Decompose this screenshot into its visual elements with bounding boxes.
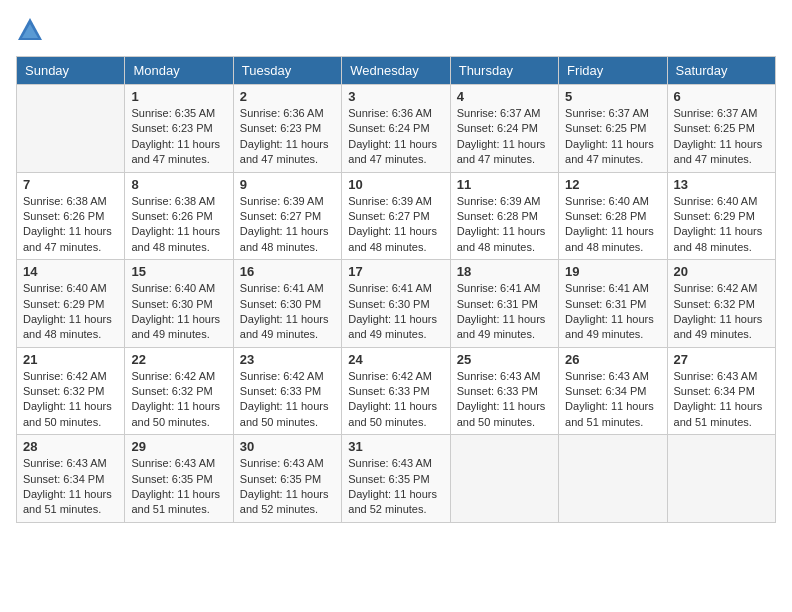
calendar-cell: 13Sunrise: 6:40 AMSunset: 6:29 PMDayligh…	[667, 172, 775, 260]
calendar-header-row: SundayMondayTuesdayWednesdayThursdayFrid…	[17, 57, 776, 85]
day-number: 10	[348, 177, 443, 192]
day-number: 8	[131, 177, 226, 192]
calendar-cell: 8Sunrise: 6:38 AMSunset: 6:26 PMDaylight…	[125, 172, 233, 260]
calendar-cell: 30Sunrise: 6:43 AMSunset: 6:35 PMDayligh…	[233, 435, 341, 523]
calendar-cell: 11Sunrise: 6:39 AMSunset: 6:28 PMDayligh…	[450, 172, 558, 260]
day-info: Sunrise: 6:43 AMSunset: 6:33 PMDaylight:…	[457, 369, 552, 431]
logo	[16, 16, 48, 44]
day-number: 27	[674, 352, 769, 367]
calendar-cell: 22Sunrise: 6:42 AMSunset: 6:32 PMDayligh…	[125, 347, 233, 435]
calendar-table: SundayMondayTuesdayWednesdayThursdayFrid…	[16, 56, 776, 523]
week-row-4: 21Sunrise: 6:42 AMSunset: 6:32 PMDayligh…	[17, 347, 776, 435]
day-number: 19	[565, 264, 660, 279]
day-info: Sunrise: 6:40 AMSunset: 6:30 PMDaylight:…	[131, 281, 226, 343]
day-number: 6	[674, 89, 769, 104]
day-info: Sunrise: 6:37 AMSunset: 6:25 PMDaylight:…	[674, 106, 769, 168]
day-number: 25	[457, 352, 552, 367]
day-info: Sunrise: 6:42 AMSunset: 6:32 PMDaylight:…	[131, 369, 226, 431]
day-number: 11	[457, 177, 552, 192]
calendar-cell	[450, 435, 558, 523]
day-info: Sunrise: 6:41 AMSunset: 6:31 PMDaylight:…	[457, 281, 552, 343]
day-info: Sunrise: 6:37 AMSunset: 6:25 PMDaylight:…	[565, 106, 660, 168]
calendar-cell: 17Sunrise: 6:41 AMSunset: 6:30 PMDayligh…	[342, 260, 450, 348]
day-info: Sunrise: 6:38 AMSunset: 6:26 PMDaylight:…	[23, 194, 118, 256]
calendar-cell: 21Sunrise: 6:42 AMSunset: 6:32 PMDayligh…	[17, 347, 125, 435]
calendar-cell: 14Sunrise: 6:40 AMSunset: 6:29 PMDayligh…	[17, 260, 125, 348]
day-info: Sunrise: 6:42 AMSunset: 6:33 PMDaylight:…	[348, 369, 443, 431]
day-info: Sunrise: 6:40 AMSunset: 6:28 PMDaylight:…	[565, 194, 660, 256]
calendar-cell: 6Sunrise: 6:37 AMSunset: 6:25 PMDaylight…	[667, 85, 775, 173]
day-info: Sunrise: 6:42 AMSunset: 6:33 PMDaylight:…	[240, 369, 335, 431]
day-number: 16	[240, 264, 335, 279]
header-wednesday: Wednesday	[342, 57, 450, 85]
day-info: Sunrise: 6:39 AMSunset: 6:28 PMDaylight:…	[457, 194, 552, 256]
calendar-cell: 3Sunrise: 6:36 AMSunset: 6:24 PMDaylight…	[342, 85, 450, 173]
day-info: Sunrise: 6:41 AMSunset: 6:31 PMDaylight:…	[565, 281, 660, 343]
day-info: Sunrise: 6:40 AMSunset: 6:29 PMDaylight:…	[674, 194, 769, 256]
day-number: 12	[565, 177, 660, 192]
day-info: Sunrise: 6:39 AMSunset: 6:27 PMDaylight:…	[348, 194, 443, 256]
header-saturday: Saturday	[667, 57, 775, 85]
day-number: 26	[565, 352, 660, 367]
calendar-cell: 5Sunrise: 6:37 AMSunset: 6:25 PMDaylight…	[559, 85, 667, 173]
day-info: Sunrise: 6:35 AMSunset: 6:23 PMDaylight:…	[131, 106, 226, 168]
week-row-1: 1Sunrise: 6:35 AMSunset: 6:23 PMDaylight…	[17, 85, 776, 173]
day-number: 3	[348, 89, 443, 104]
day-info: Sunrise: 6:40 AMSunset: 6:29 PMDaylight:…	[23, 281, 118, 343]
calendar-cell: 19Sunrise: 6:41 AMSunset: 6:31 PMDayligh…	[559, 260, 667, 348]
week-row-5: 28Sunrise: 6:43 AMSunset: 6:34 PMDayligh…	[17, 435, 776, 523]
calendar-cell: 23Sunrise: 6:42 AMSunset: 6:33 PMDayligh…	[233, 347, 341, 435]
day-info: Sunrise: 6:43 AMSunset: 6:34 PMDaylight:…	[674, 369, 769, 431]
header-thursday: Thursday	[450, 57, 558, 85]
calendar-cell	[17, 85, 125, 173]
day-info: Sunrise: 6:41 AMSunset: 6:30 PMDaylight:…	[348, 281, 443, 343]
calendar-cell: 10Sunrise: 6:39 AMSunset: 6:27 PMDayligh…	[342, 172, 450, 260]
day-info: Sunrise: 6:43 AMSunset: 6:34 PMDaylight:…	[23, 456, 118, 518]
calendar-cell: 27Sunrise: 6:43 AMSunset: 6:34 PMDayligh…	[667, 347, 775, 435]
day-number: 21	[23, 352, 118, 367]
day-number: 30	[240, 439, 335, 454]
day-info: Sunrise: 6:38 AMSunset: 6:26 PMDaylight:…	[131, 194, 226, 256]
day-info: Sunrise: 6:43 AMSunset: 6:35 PMDaylight:…	[131, 456, 226, 518]
day-info: Sunrise: 6:43 AMSunset: 6:35 PMDaylight:…	[240, 456, 335, 518]
day-number: 1	[131, 89, 226, 104]
day-number: 7	[23, 177, 118, 192]
calendar-cell: 29Sunrise: 6:43 AMSunset: 6:35 PMDayligh…	[125, 435, 233, 523]
calendar-cell: 20Sunrise: 6:42 AMSunset: 6:32 PMDayligh…	[667, 260, 775, 348]
day-number: 23	[240, 352, 335, 367]
page-header	[16, 16, 776, 44]
header-monday: Monday	[125, 57, 233, 85]
calendar-cell: 24Sunrise: 6:42 AMSunset: 6:33 PMDayligh…	[342, 347, 450, 435]
calendar-cell	[667, 435, 775, 523]
week-row-3: 14Sunrise: 6:40 AMSunset: 6:29 PMDayligh…	[17, 260, 776, 348]
day-number: 17	[348, 264, 443, 279]
calendar-cell: 28Sunrise: 6:43 AMSunset: 6:34 PMDayligh…	[17, 435, 125, 523]
day-number: 5	[565, 89, 660, 104]
calendar-cell: 7Sunrise: 6:38 AMSunset: 6:26 PMDaylight…	[17, 172, 125, 260]
day-info: Sunrise: 6:36 AMSunset: 6:24 PMDaylight:…	[348, 106, 443, 168]
day-number: 14	[23, 264, 118, 279]
day-number: 22	[131, 352, 226, 367]
calendar-cell: 1Sunrise: 6:35 AMSunset: 6:23 PMDaylight…	[125, 85, 233, 173]
calendar-cell: 9Sunrise: 6:39 AMSunset: 6:27 PMDaylight…	[233, 172, 341, 260]
day-number: 15	[131, 264, 226, 279]
day-number: 9	[240, 177, 335, 192]
day-number: 18	[457, 264, 552, 279]
header-friday: Friday	[559, 57, 667, 85]
calendar-cell: 12Sunrise: 6:40 AMSunset: 6:28 PMDayligh…	[559, 172, 667, 260]
header-sunday: Sunday	[17, 57, 125, 85]
day-number: 2	[240, 89, 335, 104]
week-row-2: 7Sunrise: 6:38 AMSunset: 6:26 PMDaylight…	[17, 172, 776, 260]
day-number: 4	[457, 89, 552, 104]
calendar-cell: 4Sunrise: 6:37 AMSunset: 6:24 PMDaylight…	[450, 85, 558, 173]
day-info: Sunrise: 6:41 AMSunset: 6:30 PMDaylight:…	[240, 281, 335, 343]
day-number: 31	[348, 439, 443, 454]
calendar-cell: 15Sunrise: 6:40 AMSunset: 6:30 PMDayligh…	[125, 260, 233, 348]
calendar-cell: 25Sunrise: 6:43 AMSunset: 6:33 PMDayligh…	[450, 347, 558, 435]
day-number: 13	[674, 177, 769, 192]
day-info: Sunrise: 6:43 AMSunset: 6:34 PMDaylight:…	[565, 369, 660, 431]
day-number: 29	[131, 439, 226, 454]
logo-icon	[16, 16, 44, 44]
day-info: Sunrise: 6:42 AMSunset: 6:32 PMDaylight:…	[674, 281, 769, 343]
calendar-cell	[559, 435, 667, 523]
